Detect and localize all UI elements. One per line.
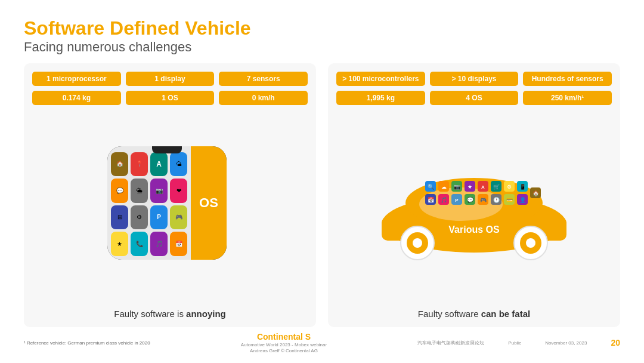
right-panel: > 100 microcontrollers > 10 displays Hun… (328, 63, 620, 327)
app-icon: 💬 (111, 179, 128, 203)
svg-text:★: ★ (467, 184, 472, 190)
svg-text:🕐: 🕐 (493, 196, 500, 204)
left-caption-bold: annoying (186, 309, 226, 319)
footer-watermark: 汽车电子电气架构创新发展论坛 (417, 340, 484, 346)
badge-display: 1 display (126, 72, 215, 86)
app-icon: 🎮 (170, 205, 187, 230)
right-caption: Faulty software can be fatal (336, 306, 612, 319)
continental-logo: Continental S (257, 332, 311, 342)
svg-text:🎵: 🎵 (441, 196, 448, 204)
left-badges-row2: 0.174 kg 1 OS 0 km/h (32, 91, 308, 105)
car-illustration: Various OS (373, 146, 575, 266)
badge-displays: > 10 displays (430, 72, 519, 86)
badge-speed: 0 km/h (219, 91, 308, 105)
svg-point-6 (413, 238, 422, 248)
svg-text:🎮: 🎮 (480, 196, 487, 204)
phone-illustration: 🏠 📍 A 🌤 💬 🌦 📷 ❤ ⊞ ⚙ P (107, 146, 233, 266)
badge-os-right: 4 OS (430, 91, 519, 105)
footer-date: November 03, 2023 (545, 340, 587, 346)
footer-logo: Continental S (257, 332, 311, 342)
badge-sensors: 7 sensors (219, 72, 308, 86)
footer-footnote: ¹ Reference vehicle: German premium clas… (24, 340, 150, 346)
svg-text:📷: 📷 (454, 183, 461, 190)
left-caption-prefix: Faulty software is (114, 309, 186, 319)
app-icon: A (150, 152, 168, 177)
svg-text:🔍: 🔍 (428, 183, 435, 190)
badge-os: 1 OS (126, 91, 215, 105)
svg-text:⚙: ⚙ (507, 184, 512, 190)
left-panel-image: 🏠 📍 A 🌤 💬 🌦 📷 ❤ ⊞ ⚙ P (32, 110, 308, 302)
svg-text:A: A (481, 184, 485, 190)
right-panel-image: Various OS (336, 110, 612, 302)
app-icon: 🌤 (170, 152, 187, 177)
right-badges-row2: 1,995 kg 4 OS 250 km/h¹ (336, 91, 612, 105)
header: Software Defined Vehicle Facing numerous… (24, 17, 620, 55)
footer-center: Continental S Automotive World 2023 - Mo… (241, 332, 327, 353)
left-badges-row1: 1 microprocessor 1 display 7 sensors (32, 72, 308, 86)
app-icon: 📞 (131, 232, 148, 256)
app-icon: 📍 (131, 152, 148, 177)
right-caption-prefix: Faulty software (418, 309, 481, 319)
app-icon: ⊞ (111, 205, 128, 230)
app-icon: 📅 (170, 232, 187, 256)
phone-body: 🏠 📍 A 🌤 💬 🌦 📷 ❤ ⊞ ⚙ P (107, 146, 227, 260)
badge-speed-right: 250 km/h¹ (523, 91, 612, 105)
slide-title: Software Defined Vehicle (24, 17, 620, 39)
badge-weight-right: 1,995 kg (336, 91, 425, 105)
svg-point-9 (526, 238, 535, 248)
footer-page: 20 (611, 338, 620, 347)
app-icon: 🌦 (131, 179, 148, 203)
svg-text:💬: 💬 (467, 196, 474, 204)
app-icon: ❤ (170, 179, 187, 203)
app-icon: ★ (111, 232, 128, 256)
badge-microcontrollers: > 100 microcontrollers (336, 72, 425, 86)
left-panel: 1 microprocessor 1 display 7 sensors 0.1… (24, 63, 316, 327)
svg-text:Various OS: Various OS (448, 224, 500, 235)
badge-weight: 0.174 kg (32, 91, 121, 105)
app-icon: P (150, 205, 168, 230)
svg-text:💳: 💳 (506, 196, 513, 204)
right-caption-bold: can be fatal (481, 309, 531, 319)
footer-public: Public (508, 340, 521, 346)
right-badges-row1: > 100 microcontrollers > 10 displays Hun… (336, 72, 612, 86)
badge-microprocessor: 1 microprocessor (32, 72, 121, 86)
svg-text:☁: ☁ (441, 184, 447, 190)
footer: ¹ Reference vehicle: German premium clas… (24, 332, 620, 353)
app-icon: 🏠 (111, 152, 128, 177)
footer-author: Andreas Greff © Continental AG (250, 348, 318, 353)
left-caption: Faulty software is annoying (32, 306, 308, 319)
app-icon: 📷 (150, 179, 168, 203)
slide-subtitle: Facing numerous challenges (24, 39, 620, 55)
app-icon: 🎵 (150, 232, 168, 256)
footer-right: 汽车电子电气架构创新发展论坛 Public November 03, 2023 … (417, 338, 620, 347)
svg-text:🛒: 🛒 (493, 183, 500, 190)
svg-text:👤: 👤 (519, 196, 527, 204)
svg-text:📅: 📅 (428, 196, 435, 204)
footer-webinar: Automotive World 2023 - Mobex webinar (241, 342, 327, 347)
svg-text:📱: 📱 (519, 183, 527, 190)
content-area: 1 microprocessor 1 display 7 sensors 0.1… (24, 63, 620, 327)
phone-screen-left: 🏠 📍 A 🌤 💬 🌦 📷 ❤ ⊞ ⚙ P (107, 146, 191, 260)
svg-text:P: P (455, 198, 459, 203)
app-icon: ⚙ (131, 205, 148, 230)
svg-text:🏠: 🏠 (532, 190, 540, 197)
phone-notch (152, 146, 182, 153)
phone-os-label: OS (191, 146, 227, 260)
badge-sensors-hundreds: Hundreds of sensors (523, 72, 612, 86)
slide: Software Defined Vehicle Facing numerous… (0, 0, 644, 363)
